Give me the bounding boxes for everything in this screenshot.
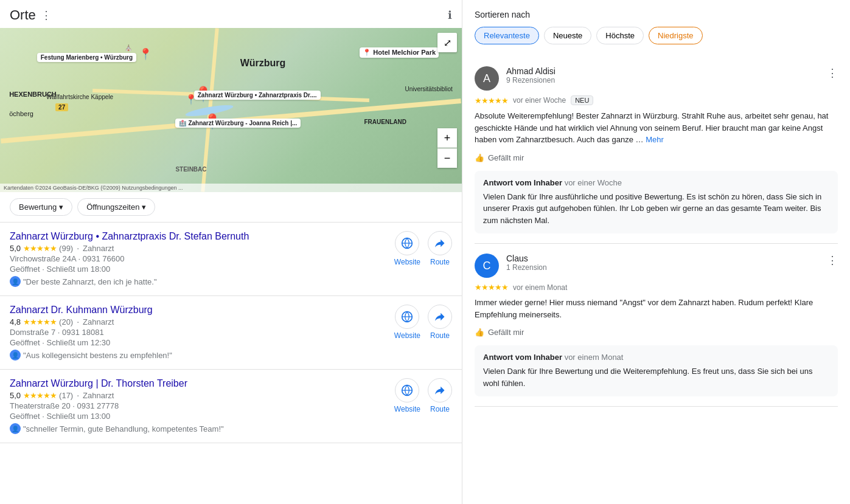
result-hours: Geöffnet · Schließt um 12:30: [10, 338, 388, 347]
review-card: C Claus 1 Rezension ⋮ ★★★★★ vor einem Mo…: [475, 244, 838, 407]
result-address: Domstraße 7 · 0931 18081: [10, 328, 388, 337]
route-button[interactable]: Route: [428, 305, 452, 340]
route-button[interactable]: Route: [428, 231, 452, 266]
result-hours: Geöffnet · Schließt um 18:00: [10, 264, 388, 274]
left-panel: Orte ⋮ ℹ Würzburg HEXENBRUCH STEINBAC FR…: [0, 0, 462, 504]
route-circle: [428, 231, 452, 255]
reviewer-avatar: A: [475, 66, 499, 91]
reply-box: Antwort vom Inhaber vor einem Monat Viel…: [475, 345, 838, 396]
sort-chip-niedrigste[interactable]: Niedrigste: [649, 27, 703, 44]
website-circle: [395, 305, 419, 329]
sort-chip-hoechste[interactable]: Höchste: [596, 27, 644, 44]
review-stars-row: ★★★★★ vor einem Monat: [475, 283, 838, 292]
action-buttons: Website Route: [394, 231, 452, 266]
filter-oeffnungszeiten[interactable]: Öffnungszeiten ▾: [77, 198, 155, 216]
directions-icon: [434, 384, 446, 396]
rating-stars: ★★★★★: [23, 244, 57, 253]
website-circle: [395, 378, 419, 402]
filter-bewertung[interactable]: Bewertung ▾: [10, 198, 72, 216]
sort-chip-relevanteste[interactable]: Relevanteste: [475, 27, 539, 44]
map-expand-button[interactable]: ⤢: [437, 33, 457, 52]
website-icon: [401, 311, 413, 323]
map-icon-festung: ⛪: [125, 44, 132, 51]
sort-chip-neueste[interactable]: Neueste: [544, 27, 591, 44]
review-card: A Ahmad Aldisi 9 Rezensionen ⋮ ★★★★★ vor…: [475, 57, 838, 244]
map-city-label: Würzburg: [240, 58, 286, 69]
rating-stars: ★★★★★: [23, 391, 57, 400]
result-name[interactable]: Zahnarzt Würzburg | Dr. Thorsten Treiber: [10, 378, 388, 389]
result-rating-row: 5,0 ★★★★★ (99) · Zahnarzt: [10, 243, 388, 253]
reply-header: Antwort vom Inhaber vor einer Woche: [483, 178, 829, 187]
review-menu-icon[interactable]: ⋮: [827, 66, 838, 80]
map-festung-label: Festung Marienberg • Würzburg: [37, 53, 136, 62]
reviewer-count: 9 Rezensionen: [506, 76, 827, 85]
reviewer-info: Claus 1 Rezension: [506, 254, 827, 272]
review-stars: ★★★★★: [475, 283, 508, 292]
zoom-in-button[interactable]: +: [437, 128, 457, 148]
filters-bar: Bewertung ▾ Öffnungszeiten ▾: [0, 192, 462, 223]
result-rating-row: 4,8 ★★★★★ (20) · Zahnarzt: [10, 317, 388, 326]
user-icon: 👤: [10, 350, 21, 361]
review-stars: ★★★★★: [475, 96, 508, 105]
result-name[interactable]: Zahnarzt Würzburg • Zahnarztpraxis Dr. S…: [10, 231, 388, 242]
action-buttons: Website Route: [394, 305, 452, 340]
rating-number: 5,0: [10, 391, 21, 400]
website-circle: [395, 231, 419, 255]
website-icon: [401, 384, 413, 396]
map-copyright: Kartendaten ©2024 GeoBasis-DE/BKG (©2009…: [0, 184, 462, 192]
list-item: Zahnarzt Würzburg • Zahnarztpraxis Dr. S…: [0, 223, 462, 296]
rating-stars: ★★★★★: [23, 317, 57, 326]
review-time: vor einem Monat: [513, 283, 567, 292]
map-pin-blue[interactable]: 📍: [139, 47, 152, 61]
review-header: C Claus 1 Rezension ⋮: [475, 254, 838, 278]
review-time: vor einer Woche: [513, 96, 566, 105]
result-quote: 👤 "schneller Termin, gute Behandlung, ko…: [10, 423, 388, 434]
more-link[interactable]: Mehr: [646, 135, 664, 144]
like-button[interactable]: 👍 Gefällt mir: [475, 151, 524, 165]
zoom-out-button[interactable]: −: [437, 148, 457, 168]
rating-count: (99): [59, 244, 73, 253]
chevron-down-icon: ▾: [59, 202, 63, 212]
map-hotel-label: 📍Hotel Melchior Park: [360, 47, 439, 58]
chevron-down-icon: ▾: [142, 202, 146, 212]
result-info: Zahnarzt Würzburg | Dr. Thorsten Treiber…: [10, 378, 388, 434]
map-zahnarzt-label1[interactable]: Zahnarzt Würzburg • Zahnarztpraxis Dr...…: [194, 91, 321, 100]
review-menu-icon[interactable]: ⋮: [827, 254, 838, 267]
new-badge: NEU: [571, 95, 593, 105]
list-item: Zahnarzt Dr. Kuhmann Würzburg 4,8 ★★★★★ …: [0, 296, 462, 370]
review-text: Immer wieder gerne! Hier muss niemand "A…: [475, 297, 838, 320]
map-frauenland-label: FRAUENLAND: [364, 119, 406, 125]
reviewer-avatar: C: [475, 254, 499, 278]
directions-icon: [434, 311, 446, 323]
user-icon: 👤: [10, 276, 21, 287]
reply-box: Antwort vom Inhaber vor einer Woche Viel…: [475, 171, 838, 234]
reviewer-name: Claus: [506, 254, 827, 263]
map-uni-label: Universitätsbibliot: [405, 86, 452, 92]
reply-time: vor einer Woche: [565, 178, 622, 187]
website-button[interactable]: Website: [394, 231, 420, 266]
map-zoom-controls: + −: [437, 128, 457, 168]
website-icon: [401, 237, 413, 249]
reply-text: Vielen Dank für Ihre Bewertung und die W…: [483, 365, 829, 389]
like-button[interactable]: 👍 Gefällt mir: [475, 325, 524, 339]
more-options-icon[interactable]: ⋮: [41, 9, 52, 22]
reply-text: Vielen Dank für Ihre ausführliche und po…: [483, 191, 829, 227]
result-address: Theaterstraße 20 · 0931 27778: [10, 401, 388, 410]
result-hours: Geöffnet · Schließt um 13:00: [10, 412, 388, 421]
route-button[interactable]: Route: [428, 378, 452, 413]
website-button[interactable]: Website: [394, 378, 420, 413]
action-buttons: Website Route: [394, 378, 452, 413]
result-quote: 👤 "Aus kollegensicht bestens zu empfehle…: [10, 350, 388, 361]
page-title: Orte: [10, 7, 36, 23]
result-name[interactable]: Zahnarzt Dr. Kuhmann Würzburg: [10, 305, 388, 316]
info-icon[interactable]: ℹ: [448, 9, 452, 22]
map-road-badge: 27: [55, 103, 68, 111]
result-list: Zahnarzt Würzburg • Zahnarztpraxis Dr. S…: [0, 223, 462, 443]
map-zahnarzt-label2[interactable]: 🏥Zahnarzt Würzburg - Joanna Reich |...: [175, 119, 301, 128]
result-info: Zahnarzt Dr. Kuhmann Würzburg 4,8 ★★★★★ …: [10, 305, 388, 361]
review-text: Absolute Weiterempfehlung! Bester Zahnar…: [475, 110, 838, 146]
thumbs-up-icon: 👍: [475, 328, 484, 337]
expand-icon: ⤢: [444, 37, 451, 49]
list-item: Zahnarzt Würzburg | Dr. Thorsten Treiber…: [0, 370, 462, 443]
website-button[interactable]: Website: [394, 305, 420, 340]
